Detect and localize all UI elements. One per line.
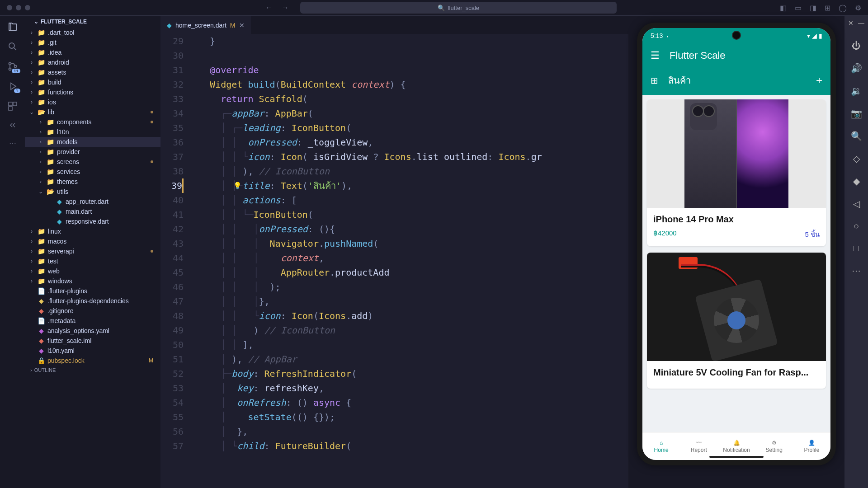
emu-minimize-icon[interactable]: — xyxy=(858,19,864,27)
home-icon: ⌂ xyxy=(660,440,663,446)
layout-panel-icon[interactable]: ◧ xyxy=(780,4,787,12)
power-icon[interactable]: ⏻ xyxy=(852,41,861,51)
search-activity-icon[interactable] xyxy=(7,41,18,52)
phone-frame: 5:13 ⬪ ▾ ◢ ▮ ☰ Flutter Scale xyxy=(637,23,836,465)
debug-badge: 1 xyxy=(14,89,20,93)
rotate-right-icon[interactable]: ◆ xyxy=(853,176,860,187)
minimize-window[interactable] xyxy=(16,5,21,10)
git-icon[interactable]: 11 xyxy=(7,61,18,72)
close-icon[interactable]: ✕ xyxy=(239,22,245,29)
folder-serverapi[interactable]: ›📁serverapi xyxy=(25,246,160,256)
folder-dart-tool[interactable]: ›📁.dart_tool xyxy=(25,28,160,38)
folder-ios[interactable]: ›📁ios xyxy=(25,97,160,107)
product-list[interactable]: iPhone 14 Pro Max ฿42000 5 ชิ้น xyxy=(642,95,830,432)
folder-models[interactable]: ›📁models xyxy=(25,137,160,147)
folder-build[interactable]: ›📁build xyxy=(25,77,160,87)
file-main[interactable]: ◆main.dart xyxy=(25,206,160,216)
phone-screen[interactable]: 5:13 ⬪ ▾ ◢ ▮ ☰ Flutter Scale xyxy=(642,28,830,460)
window-controls[interactable] xyxy=(7,5,30,10)
line-gutter: 29 30 31 32 33 34 35 36 37 38 39 40 41 4… xyxy=(160,34,194,488)
folder-lib[interactable]: ⌄📂lib xyxy=(25,107,160,117)
project-header[interactable]: ⌄FLUTTER_SCALE xyxy=(25,16,160,28)
camera-icon[interactable]: 📷 xyxy=(851,108,862,119)
grid-icon[interactable]: ⊞ xyxy=(651,75,658,86)
tab-home-screen[interactable]: ◆ home_screen.dart M ✕ xyxy=(160,16,251,34)
status-time: 5:13 xyxy=(651,32,663,39)
folder-screens[interactable]: ›📁screens xyxy=(25,157,160,167)
file-pubspec-lock[interactable]: 🔒pubspec.lockM xyxy=(25,356,160,366)
folder-functions[interactable]: ›📁functions xyxy=(25,87,160,97)
svg-rect-4 xyxy=(9,102,12,106)
report-icon: 〰 xyxy=(696,440,702,446)
nav-forward-icon[interactable]: → xyxy=(282,4,289,12)
app-subheader: ⊞ สินค้า + xyxy=(642,68,830,95)
folder-windows[interactable]: ›📁windows xyxy=(25,276,160,286)
home-indicator[interactable] xyxy=(709,456,764,458)
folder-android[interactable]: ›📁android xyxy=(25,57,160,67)
overview-icon[interactable]: □ xyxy=(854,243,859,253)
add-product-icon[interactable]: + xyxy=(816,74,822,87)
explorer-icon[interactable] xyxy=(7,21,18,32)
gear-icon[interactable]: ⚙ xyxy=(855,4,861,12)
volume-up-icon[interactable]: 🔊 xyxy=(851,63,862,74)
product-price: ฿42000 xyxy=(653,229,677,240)
folder-linux[interactable]: ›📁linux xyxy=(25,226,160,236)
menu-icon[interactable]: ☰ xyxy=(651,50,660,61)
subheader-title: สินค้า xyxy=(668,73,691,88)
activity-bar: 11 1 ⋯ xyxy=(0,16,25,488)
folder-macos[interactable]: ›📁macos xyxy=(25,236,160,246)
collapse-icon[interactable] xyxy=(8,121,17,130)
folder-web[interactable]: ›📁web xyxy=(25,266,160,276)
more-icon[interactable]: ⋯ xyxy=(9,139,16,147)
folder-test[interactable]: ›📁test xyxy=(25,256,160,266)
wifi-icon: ▾ xyxy=(807,32,810,39)
folder-assets[interactable]: ›📁assets xyxy=(25,67,160,77)
folder-services[interactable]: ›📁services xyxy=(25,167,160,177)
product-card[interactable]: Miniature 5V Cooling Fan for Rasp... xyxy=(647,253,826,389)
file-metadata[interactable]: 📄.metadata xyxy=(25,316,160,326)
file-app-router[interactable]: ◆app_router.dart xyxy=(25,197,160,206)
command-search[interactable]: 🔍 flutter_scale xyxy=(300,2,617,14)
debug-icon[interactable]: 1 xyxy=(7,81,18,92)
home-icon[interactable]: ○ xyxy=(854,221,859,231)
back-icon[interactable]: ◁ xyxy=(853,198,860,209)
rotate-left-icon[interactable]: ◇ xyxy=(853,153,860,164)
nav-back-icon[interactable]: ← xyxy=(265,4,273,12)
zoom-icon[interactable]: 🔍 xyxy=(851,131,862,141)
folder-l10n[interactable]: ›📁l10n xyxy=(25,127,160,137)
product-card[interactable]: iPhone 14 Pro Max ฿42000 5 ชิ้น xyxy=(647,99,826,246)
outline-section[interactable]: ›OUTLINE xyxy=(25,366,160,375)
more-icon[interactable]: ⋯ xyxy=(852,265,861,276)
product-qty: 5 ชิ้น xyxy=(805,229,820,240)
close-window[interactable] xyxy=(7,5,12,10)
nav-profile[interactable]: 👤Profile xyxy=(793,432,830,460)
extensions-icon[interactable] xyxy=(7,101,18,112)
file-flutter-scale-iml[interactable]: ◆flutter_scale.iml xyxy=(25,336,160,346)
folder-components[interactable]: ›📁components xyxy=(25,117,160,127)
emu-close-icon[interactable]: ✕ xyxy=(848,19,854,27)
folder-provider[interactable]: ›📁provider xyxy=(25,147,160,157)
folder-git[interactable]: ›📁.git xyxy=(25,38,160,47)
folder-utils[interactable]: ⌄📂utils xyxy=(25,187,160,197)
file-analysis-options[interactable]: ◆analysis_options.yaml xyxy=(25,326,160,336)
camera-notch xyxy=(732,31,741,40)
volume-down-icon[interactable]: 🔉 xyxy=(851,85,862,96)
file-gitignore[interactable]: ◆.gitignore xyxy=(25,306,160,316)
layout-bottom-icon[interactable]: ▭ xyxy=(795,4,802,12)
nav-home[interactable]: ⌂Home xyxy=(642,432,680,460)
folder-themes[interactable]: ›📁themes xyxy=(25,177,160,187)
tab-label: home_screen.dart xyxy=(175,22,226,29)
folder-idea[interactable]: ›📁.idea xyxy=(25,47,160,57)
person-icon[interactable]: ◯ xyxy=(839,4,847,12)
layout-right-icon[interactable]: ◨ xyxy=(810,4,816,12)
layout-grid-icon[interactable]: ⊞ xyxy=(825,4,830,12)
file-l10n-yaml[interactable]: ◆l10n.yaml xyxy=(25,346,160,356)
titlebar: ← → 🔍 flutter_scale ◧ ▭ ◨ ⊞ ◯ ⚙ xyxy=(0,0,868,16)
git-badge: 11 xyxy=(12,69,20,73)
lightbulb-icon[interactable]: 💡 xyxy=(233,178,242,193)
file-responsive[interactable]: ◆responsive.dart xyxy=(25,216,160,226)
maximize-window[interactable] xyxy=(25,5,30,10)
product-name: Miniature 5V Cooling Fan for Rasp... xyxy=(653,367,820,378)
file-flutter-plugins-deps[interactable]: ◆.flutter-plugins-dependencies xyxy=(25,296,160,306)
file-flutter-plugins[interactable]: 📄.flutter-plugins xyxy=(25,286,160,296)
